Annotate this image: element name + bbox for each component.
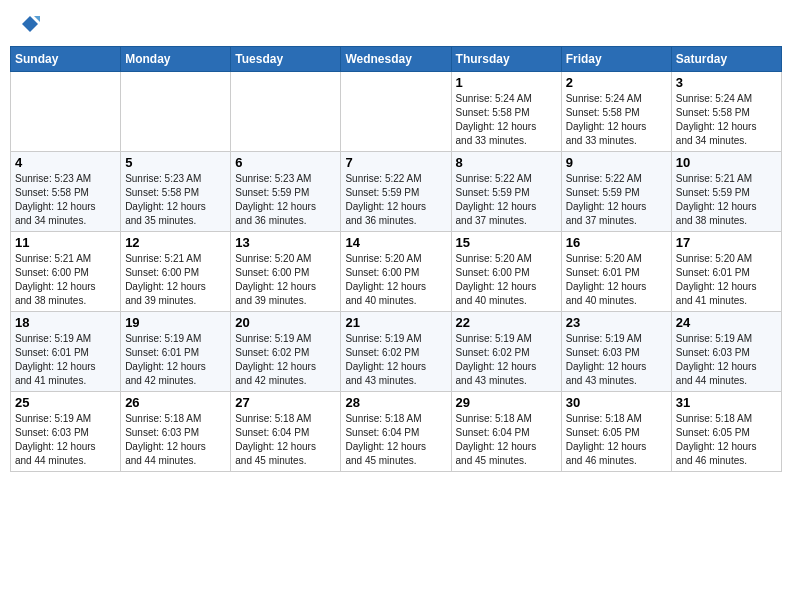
- calendar-cell: 18Sunrise: 5:19 AM Sunset: 6:01 PM Dayli…: [11, 312, 121, 392]
- weekday-header-monday: Monday: [121, 47, 231, 72]
- day-number: 29: [456, 395, 557, 410]
- calendar-cell: 23Sunrise: 5:19 AM Sunset: 6:03 PM Dayli…: [561, 312, 671, 392]
- day-info: Sunrise: 5:24 AM Sunset: 5:58 PM Dayligh…: [456, 92, 557, 148]
- day-number: 4: [15, 155, 116, 170]
- day-info: Sunrise: 5:18 AM Sunset: 6:04 PM Dayligh…: [345, 412, 446, 468]
- weekday-header-row: SundayMondayTuesdayWednesdayThursdayFrid…: [11, 47, 782, 72]
- day-number: 17: [676, 235, 777, 250]
- day-number: 26: [125, 395, 226, 410]
- day-info: Sunrise: 5:22 AM Sunset: 5:59 PM Dayligh…: [566, 172, 667, 228]
- calendar-week-1: 1Sunrise: 5:24 AM Sunset: 5:58 PM Daylig…: [11, 72, 782, 152]
- day-number: 8: [456, 155, 557, 170]
- calendar-cell: 22Sunrise: 5:19 AM Sunset: 6:02 PM Dayli…: [451, 312, 561, 392]
- logo: [18, 14, 40, 34]
- day-number: 31: [676, 395, 777, 410]
- day-info: Sunrise: 5:19 AM Sunset: 6:02 PM Dayligh…: [456, 332, 557, 388]
- day-info: Sunrise: 5:19 AM Sunset: 6:01 PM Dayligh…: [125, 332, 226, 388]
- day-info: Sunrise: 5:19 AM Sunset: 6:03 PM Dayligh…: [676, 332, 777, 388]
- day-info: Sunrise: 5:21 AM Sunset: 6:00 PM Dayligh…: [15, 252, 116, 308]
- logo-icon: [20, 14, 40, 34]
- day-number: 20: [235, 315, 336, 330]
- svg-marker-0: [22, 16, 38, 32]
- weekday-header-sunday: Sunday: [11, 47, 121, 72]
- day-info: Sunrise: 5:18 AM Sunset: 6:04 PM Dayligh…: [235, 412, 336, 468]
- day-info: Sunrise: 5:21 AM Sunset: 6:00 PM Dayligh…: [125, 252, 226, 308]
- calendar-cell: 2Sunrise: 5:24 AM Sunset: 5:58 PM Daylig…: [561, 72, 671, 152]
- calendar-cell: 9Sunrise: 5:22 AM Sunset: 5:59 PM Daylig…: [561, 152, 671, 232]
- calendar-cell: 13Sunrise: 5:20 AM Sunset: 6:00 PM Dayli…: [231, 232, 341, 312]
- day-info: Sunrise: 5:18 AM Sunset: 6:03 PM Dayligh…: [125, 412, 226, 468]
- weekday-header-tuesday: Tuesday: [231, 47, 341, 72]
- calendar-cell: 24Sunrise: 5:19 AM Sunset: 6:03 PM Dayli…: [671, 312, 781, 392]
- day-info: Sunrise: 5:24 AM Sunset: 5:58 PM Dayligh…: [676, 92, 777, 148]
- day-info: Sunrise: 5:19 AM Sunset: 6:02 PM Dayligh…: [235, 332, 336, 388]
- day-number: 21: [345, 315, 446, 330]
- day-number: 5: [125, 155, 226, 170]
- calendar-cell: 28Sunrise: 5:18 AM Sunset: 6:04 PM Dayli…: [341, 392, 451, 472]
- calendar-cell: 29Sunrise: 5:18 AM Sunset: 6:04 PM Dayli…: [451, 392, 561, 472]
- calendar-cell: 25Sunrise: 5:19 AM Sunset: 6:03 PM Dayli…: [11, 392, 121, 472]
- day-info: Sunrise: 5:20 AM Sunset: 6:01 PM Dayligh…: [676, 252, 777, 308]
- day-number: 13: [235, 235, 336, 250]
- day-number: 16: [566, 235, 667, 250]
- weekday-header-wednesday: Wednesday: [341, 47, 451, 72]
- page-header: [10, 10, 782, 38]
- day-number: 15: [456, 235, 557, 250]
- calendar-week-2: 4Sunrise: 5:23 AM Sunset: 5:58 PM Daylig…: [11, 152, 782, 232]
- day-info: Sunrise: 5:20 AM Sunset: 6:00 PM Dayligh…: [235, 252, 336, 308]
- day-number: 3: [676, 75, 777, 90]
- calendar-cell: 27Sunrise: 5:18 AM Sunset: 6:04 PM Dayli…: [231, 392, 341, 472]
- calendar-week-3: 11Sunrise: 5:21 AM Sunset: 6:00 PM Dayli…: [11, 232, 782, 312]
- calendar-week-5: 25Sunrise: 5:19 AM Sunset: 6:03 PM Dayli…: [11, 392, 782, 472]
- day-number: 30: [566, 395, 667, 410]
- calendar-cell: 31Sunrise: 5:18 AM Sunset: 6:05 PM Dayli…: [671, 392, 781, 472]
- day-number: 24: [676, 315, 777, 330]
- day-info: Sunrise: 5:20 AM Sunset: 6:00 PM Dayligh…: [456, 252, 557, 308]
- calendar-cell: 6Sunrise: 5:23 AM Sunset: 5:59 PM Daylig…: [231, 152, 341, 232]
- calendar-cell: [231, 72, 341, 152]
- day-number: 28: [345, 395, 446, 410]
- day-number: 6: [235, 155, 336, 170]
- calendar-cell: 11Sunrise: 5:21 AM Sunset: 6:00 PM Dayli…: [11, 232, 121, 312]
- calendar-cell: 12Sunrise: 5:21 AM Sunset: 6:00 PM Dayli…: [121, 232, 231, 312]
- day-info: Sunrise: 5:22 AM Sunset: 5:59 PM Dayligh…: [345, 172, 446, 228]
- weekday-header-friday: Friday: [561, 47, 671, 72]
- day-info: Sunrise: 5:19 AM Sunset: 6:01 PM Dayligh…: [15, 332, 116, 388]
- day-number: 23: [566, 315, 667, 330]
- calendar-cell: 10Sunrise: 5:21 AM Sunset: 5:59 PM Dayli…: [671, 152, 781, 232]
- day-info: Sunrise: 5:21 AM Sunset: 5:59 PM Dayligh…: [676, 172, 777, 228]
- day-number: 1: [456, 75, 557, 90]
- day-number: 25: [15, 395, 116, 410]
- day-number: 2: [566, 75, 667, 90]
- day-info: Sunrise: 5:24 AM Sunset: 5:58 PM Dayligh…: [566, 92, 667, 148]
- calendar-cell: 4Sunrise: 5:23 AM Sunset: 5:58 PM Daylig…: [11, 152, 121, 232]
- day-info: Sunrise: 5:23 AM Sunset: 5:58 PM Dayligh…: [125, 172, 226, 228]
- calendar-cell: 8Sunrise: 5:22 AM Sunset: 5:59 PM Daylig…: [451, 152, 561, 232]
- day-info: Sunrise: 5:20 AM Sunset: 6:01 PM Dayligh…: [566, 252, 667, 308]
- day-info: Sunrise: 5:18 AM Sunset: 6:05 PM Dayligh…: [676, 412, 777, 468]
- calendar-cell: 15Sunrise: 5:20 AM Sunset: 6:00 PM Dayli…: [451, 232, 561, 312]
- day-info: Sunrise: 5:19 AM Sunset: 6:03 PM Dayligh…: [566, 332, 667, 388]
- day-info: Sunrise: 5:19 AM Sunset: 6:02 PM Dayligh…: [345, 332, 446, 388]
- weekday-header-saturday: Saturday: [671, 47, 781, 72]
- weekday-header-thursday: Thursday: [451, 47, 561, 72]
- calendar-table: SundayMondayTuesdayWednesdayThursdayFrid…: [10, 46, 782, 472]
- day-number: 19: [125, 315, 226, 330]
- calendar-cell: 1Sunrise: 5:24 AM Sunset: 5:58 PM Daylig…: [451, 72, 561, 152]
- day-info: Sunrise: 5:23 AM Sunset: 5:59 PM Dayligh…: [235, 172, 336, 228]
- calendar-cell: [341, 72, 451, 152]
- day-info: Sunrise: 5:20 AM Sunset: 6:00 PM Dayligh…: [345, 252, 446, 308]
- calendar-cell: 20Sunrise: 5:19 AM Sunset: 6:02 PM Dayli…: [231, 312, 341, 392]
- day-number: 9: [566, 155, 667, 170]
- calendar-cell: [121, 72, 231, 152]
- calendar-cell: 14Sunrise: 5:20 AM Sunset: 6:00 PM Dayli…: [341, 232, 451, 312]
- calendar-week-4: 18Sunrise: 5:19 AM Sunset: 6:01 PM Dayli…: [11, 312, 782, 392]
- day-info: Sunrise: 5:22 AM Sunset: 5:59 PM Dayligh…: [456, 172, 557, 228]
- calendar-cell: 16Sunrise: 5:20 AM Sunset: 6:01 PM Dayli…: [561, 232, 671, 312]
- calendar-cell: 26Sunrise: 5:18 AM Sunset: 6:03 PM Dayli…: [121, 392, 231, 472]
- day-info: Sunrise: 5:23 AM Sunset: 5:58 PM Dayligh…: [15, 172, 116, 228]
- calendar-cell: 3Sunrise: 5:24 AM Sunset: 5:58 PM Daylig…: [671, 72, 781, 152]
- day-number: 27: [235, 395, 336, 410]
- day-number: 10: [676, 155, 777, 170]
- calendar-cell: 7Sunrise: 5:22 AM Sunset: 5:59 PM Daylig…: [341, 152, 451, 232]
